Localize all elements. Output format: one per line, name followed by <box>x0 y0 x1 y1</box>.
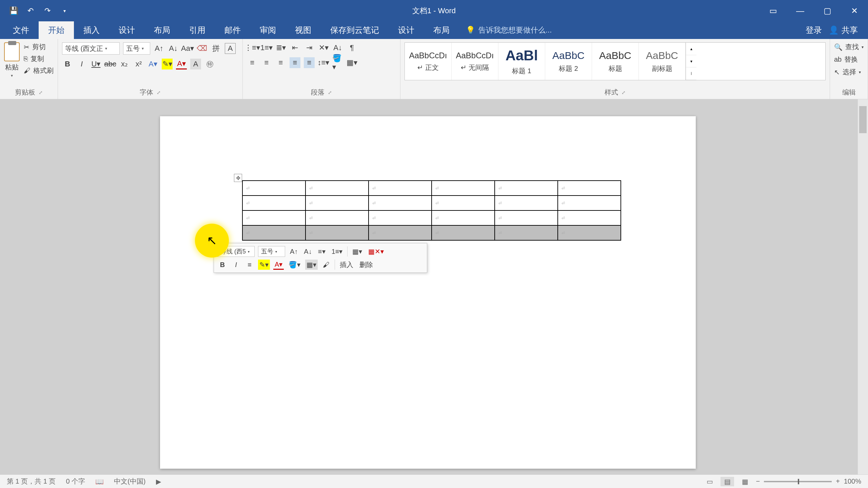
zoom-slider[interactable] <box>764 481 832 482</box>
style-normal[interactable]: AaBbCcDı↵ 正文 <box>405 43 452 80</box>
style-subtitle[interactable]: AaBbC副标题 <box>639 43 686 80</box>
zoom-level[interactable]: 100% <box>844 477 861 485</box>
style-heading1[interactable]: AaBl标题 1 <box>498 43 545 80</box>
tab-home[interactable]: 开始 <box>39 21 74 39</box>
tab-insert[interactable]: 插入 <box>74 21 109 39</box>
line-spacing-icon[interactable]: ↕≡▾ <box>318 57 329 68</box>
mini-highlight-icon[interactable]: ✎▾ <box>258 260 270 270</box>
tab-view[interactable]: 视图 <box>285 21 321 39</box>
find-button[interactable]: 🔍查找▾ <box>834 42 864 52</box>
table-row[interactable]: ⏎⏎⏎⏎⏎⏎ <box>242 181 621 196</box>
mini-shading-icon[interactable]: 🪣▾ <box>287 260 302 270</box>
tab-save-cloud[interactable]: 保存到云笔记 <box>321 21 389 39</box>
grow-font-icon[interactable]: A↑ <box>154 43 164 54</box>
style-heading2[interactable]: AaBbC标题 2 <box>545 43 592 80</box>
decrease-indent-icon[interactable]: ⇤ <box>290 42 300 53</box>
redo-icon[interactable]: ↷ <box>41 4 54 18</box>
ribbon-display-icon[interactable]: ▭ <box>760 0 787 21</box>
format-painter-button[interactable]: 🖌格式刷 <box>24 66 54 75</box>
minimize-icon[interactable]: — <box>787 0 814 21</box>
char-border-icon[interactable]: A <box>225 43 236 54</box>
dialog-launcher-icon[interactable]: ⤢ <box>39 90 43 95</box>
zoom-in-button[interactable]: + <box>836 477 840 485</box>
view-print-icon[interactable]: ▤ <box>721 477 734 486</box>
enclose-char-icon[interactable]: ㊕ <box>204 59 215 69</box>
mini-bullets-icon[interactable]: ≡▾ <box>317 246 327 257</box>
mini-grow-icon[interactable]: A↑ <box>289 246 299 257</box>
underline-button[interactable]: U▾ <box>91 59 101 69</box>
share-button[interactable]: 👤 共享 <box>829 25 858 36</box>
status-words[interactable]: 0 个字 <box>66 477 85 486</box>
tell-me-search[interactable]: 💡 告诉我您想要做什么... <box>466 25 552 35</box>
clear-formatting-icon[interactable]: ⌫ <box>196 43 207 54</box>
subscript-button[interactable]: x₂ <box>119 59 130 69</box>
mini-shrink-icon[interactable]: A↓ <box>302 246 313 257</box>
vertical-scrollbar[interactable] <box>858 99 868 474</box>
mini-borders-icon[interactable]: ▦▾ <box>305 260 318 270</box>
table-row[interactable]: ⏎⏎⏎⏎⏎⏎ <box>242 210 621 225</box>
asian-layout-icon[interactable]: ✕▾ <box>318 42 329 53</box>
replace-button[interactable]: ab替换 <box>834 55 864 64</box>
distributed-icon[interactable]: ≡ <box>304 57 315 68</box>
style-no-spacing[interactable]: AaBbCcDı↵ 无间隔 <box>452 43 498 80</box>
mini-delete-table-icon[interactable]: ▦✕▾ <box>367 246 385 257</box>
table-row-selected[interactable]: ⏎⏎⏎⏎⏎⏎ <box>242 225 621 240</box>
close-icon[interactable]: ✕ <box>841 0 868 21</box>
maximize-icon[interactable]: ▢ <box>814 0 841 21</box>
change-case-icon[interactable]: Aa▾ <box>182 43 193 54</box>
tab-review[interactable]: 审阅 <box>250 21 285 39</box>
login-button[interactable]: 登录 <box>806 25 822 36</box>
superscript-button[interactable]: x² <box>133 59 144 69</box>
strikethrough-button[interactable]: abc <box>105 59 116 69</box>
mini-delete-button[interactable]: 删除 <box>358 260 374 270</box>
status-proofing-icon[interactable]: 📖 <box>95 477 104 486</box>
font-name-combo[interactable]: 等线 (西文正▾ <box>62 42 120 55</box>
shading-icon[interactable]: 🪣▾ <box>332 57 343 68</box>
cut-button[interactable]: ✂剪切 <box>24 42 54 52</box>
document-table[interactable]: ⏎⏎⏎⏎⏎⏎ ⏎⏎⏎⏎⏎⏎ ⏎⏎⏎⏎⏎⏎ ⏎⏎⏎⏎⏎⏎ <box>242 180 621 241</box>
align-right-icon[interactable]: ≡ <box>275 57 286 68</box>
styles-scroll[interactable]: ▴▾⁞ <box>686 43 696 80</box>
text-effects-icon[interactable]: A▾ <box>147 59 158 69</box>
tab-layout[interactable]: 布局 <box>144 21 180 39</box>
increase-indent-icon[interactable]: ⇥ <box>304 42 315 53</box>
style-title[interactable]: AaBbC标题 <box>592 43 639 80</box>
table-move-handle[interactable]: ✥ <box>234 174 242 182</box>
align-center-icon[interactable]: ≡ <box>261 57 272 68</box>
multilevel-icon[interactable]: ≣▾ <box>275 42 286 53</box>
scroll-thumb[interactable] <box>859 106 867 133</box>
italic-button[interactable]: I <box>76 59 87 69</box>
borders-icon[interactable]: ▦▾ <box>347 57 357 68</box>
font-color-icon[interactable]: A▾ <box>176 59 187 69</box>
status-page[interactable]: 第 1 页，共 1 页 <box>7 477 56 486</box>
mini-bold-button[interactable]: B <box>217 260 228 270</box>
page[interactable]: ✥ ⏎⏎⏎⏎⏎⏎ ⏎⏎⏎⏎⏎⏎ ⏎⏎⏎⏎⏎⏎ ⏎⏎⏎⏎⏎⏎ ↖ 等线 (西5▾ … <box>160 116 696 469</box>
table-row[interactable]: ⏎⏎⏎⏎⏎⏎ <box>242 196 621 210</box>
mini-table-icon[interactable]: ▦▾ <box>351 246 363 257</box>
mini-italic-button[interactable]: I <box>231 260 241 270</box>
show-marks-icon[interactable]: ¶ <box>347 42 357 53</box>
qat-customize-icon[interactable]: ▾ <box>58 4 71 18</box>
styles-gallery[interactable]: AaBbCcDı↵ 正文 AaBbCcDı↵ 无间隔 AaBl标题 1 AaBb… <box>405 42 826 80</box>
tab-references[interactable]: 引用 <box>180 21 215 39</box>
dialog-launcher-icon[interactable]: ⤢ <box>622 90 626 95</box>
dialog-launcher-icon[interactable]: ⤢ <box>157 90 161 95</box>
save-icon[interactable]: 💾 <box>7 4 20 18</box>
mini-size-combo[interactable]: 五号▾ <box>258 246 285 257</box>
mini-insert-button[interactable]: 插入 <box>338 260 355 270</box>
status-language[interactable]: 中文(中国) <box>114 477 145 486</box>
mini-format-painter-icon[interactable]: 🖌 <box>321 260 331 270</box>
highlight-icon[interactable]: ✎▾ <box>162 59 173 69</box>
dialog-launcher-icon[interactable]: ⤢ <box>328 90 332 95</box>
mini-font-color-icon[interactable]: A▾ <box>273 260 284 270</box>
tab-file[interactable]: 文件 <box>3 21 39 39</box>
char-shading-icon[interactable]: A <box>190 59 201 69</box>
bullets-icon[interactable]: ⋮≡▾ <box>247 42 258 53</box>
numbering-icon[interactable]: 1≡▾ <box>261 42 272 53</box>
mini-align-icon[interactable]: ≡ <box>244 260 255 270</box>
mini-numbering-icon[interactable]: 1≡▾ <box>330 246 344 257</box>
shrink-font-icon[interactable]: A↓ <box>168 43 179 54</box>
tab-design[interactable]: 设计 <box>109 21 144 39</box>
tab-table-design[interactable]: 设计 <box>389 21 424 39</box>
view-web-icon[interactable]: ▦ <box>738 477 752 486</box>
